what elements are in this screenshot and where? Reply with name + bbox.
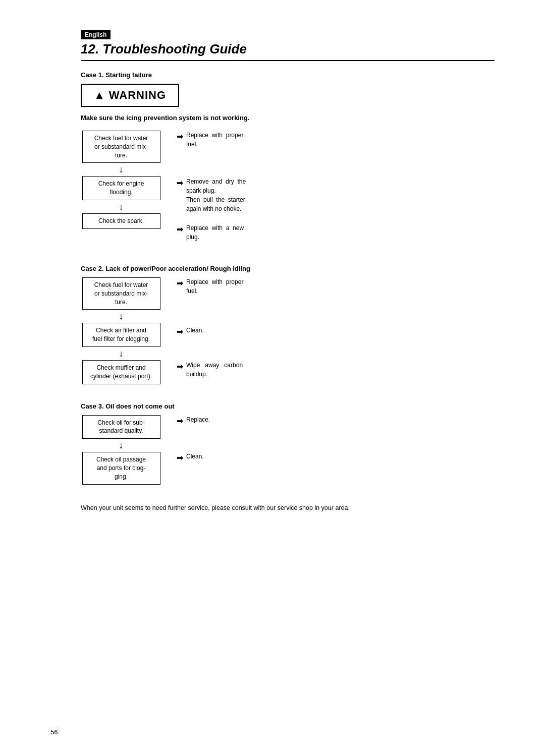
title-rule — [81, 60, 495, 61]
case2-section: Case 2. Lack of power/Poor acceleration/… — [81, 265, 495, 384]
page: English 12. Troubleshooting Guide Case 1… — [0, 0, 545, 756]
case1-right-arrow-3: ➡ — [177, 224, 183, 234]
case2-arrow-2: ↓ — [119, 349, 124, 358]
case1-result-text-3: Replace with a newplug. — [186, 223, 244, 242]
case2-row-1: ➡ Replace with properfuel. — [177, 277, 243, 296]
case3-right-arrow-1: ➡ — [177, 416, 183, 426]
case1-result-text-2: Remove and dry thespark plug.Then pull t… — [186, 177, 246, 213]
warning-label: WARNING — [109, 89, 166, 102]
case3-box-1: Check oil for sub-standard quality. — [82, 415, 160, 439]
case2-right-arrow-3: ➡ — [177, 362, 183, 371]
case1-box-1: Check fuel for wateror substandard mix-t… — [82, 131, 160, 163]
case1-right-arrow-1: ➡ — [177, 132, 183, 141]
case3-section: Case 3. Oil does not come out Check oil … — [81, 402, 495, 485]
case2-flow-left: Check fuel for wateror substandard mix-t… — [81, 277, 161, 384]
case3-row-1: ➡ Replace. — [177, 415, 210, 426]
case2-flow: Check fuel for wateror substandard mix-t… — [81, 277, 495, 384]
case1-flow: Check fuel for wateror substandard mix-t… — [81, 131, 495, 247]
warning-triangle-icon: ▲ — [94, 89, 105, 102]
case2-box-2: Check air filter andfuel filter for clog… — [82, 323, 160, 347]
case2-row-3: ➡ Wipe away carbonbuildup. — [177, 361, 243, 379]
case2-right-arrow-2: ➡ — [177, 327, 183, 336]
case3-flow-left: Check oil for sub-standard quality. ↓ Ch… — [81, 415, 161, 485]
page-title: 12. Troubleshooting Guide — [81, 41, 495, 57]
warning-box: ▲ WARNING — [81, 84, 179, 107]
warning-caption: Make sure the icing prevention system is… — [81, 114, 333, 122]
case1-row-3: ➡ Replace with a newplug. — [177, 223, 246, 242]
case1-flow-right: ➡ Replace with properfuel. ➡ Remove and … — [177, 131, 246, 247]
case3-right-arrow-2: ➡ — [177, 453, 183, 462]
case1-box-3: Check the spark. — [82, 213, 160, 229]
case1-row-1: ➡ Replace with properfuel. — [177, 131, 246, 149]
case1-arrow-1: ↓ — [119, 165, 124, 174]
lang-badge-container: English — [81, 30, 495, 41]
lang-badge: English — [81, 30, 111, 39]
case2-result-1: ➡ Replace with properfuel. — [177, 277, 243, 296]
page-number: 56 — [50, 728, 58, 736]
case3-result-2: ➡ Clean. — [177, 452, 210, 462]
case3-result-text-1: Replace. — [186, 415, 210, 424]
case3-result-text-2: Clean. — [186, 452, 204, 461]
case1-title: Case 1. Starting failure — [81, 71, 495, 79]
case2-result-text-3: Wipe away carbonbuildup. — [186, 361, 243, 379]
case2-result-text-1: Replace with properfuel. — [186, 277, 243, 296]
footer-note: When your unit seems to need further ser… — [81, 503, 373, 513]
case2-row-2: ➡ Clean. — [177, 326, 243, 336]
case3-result-1: ➡ Replace. — [177, 415, 210, 426]
case2-arrow-1: ↓ — [119, 312, 124, 321]
case1-result-1: ➡ Replace with properfuel. — [177, 131, 246, 149]
case2-result-3: ➡ Wipe away carbonbuildup. — [177, 361, 243, 379]
case2-flow-right: ➡ Replace with properfuel. ➡ Clean. ➡ Wi — [177, 277, 243, 384]
case2-right-arrow-1: ➡ — [177, 278, 183, 288]
case3-flow: Check oil for sub-standard quality. ↓ Ch… — [81, 415, 495, 485]
case2-result-2: ➡ Clean. — [177, 326, 243, 336]
case3-row-2: ➡ Clean. — [177, 452, 210, 462]
case1-arrow-2: ↓ — [119, 202, 124, 211]
case2-result-text-2: Clean. — [186, 326, 204, 335]
case1-result-3: ➡ Replace with a newplug. — [177, 223, 246, 242]
case1-result-2: ➡ Remove and dry thespark plug.Then pull… — [177, 177, 246, 213]
case3-arrow-1: ↓ — [119, 441, 124, 450]
case2-box-3: Check muffler andcylinder (exhaust port)… — [82, 360, 160, 384]
case3-title: Case 3. Oil does not come out — [81, 402, 495, 410]
case1-result-text-1: Replace with properfuel. — [186, 131, 243, 149]
case2-box-1: Check fuel for wateror substandard mix-t… — [82, 277, 160, 310]
warning-inner: ▲ WARNING — [94, 89, 166, 102]
case3-box-2: Check oil passageand ports for clog-ging… — [82, 452, 160, 484]
case1-flow-left: Check fuel for wateror substandard mix-t… — [81, 131, 161, 247]
case1-right-arrow-2: ➡ — [177, 178, 183, 188]
case3-flow-right: ➡ Replace. ➡ Clean. — [177, 415, 210, 485]
case1-row-2: ➡ Remove and dry thespark plug.Then pull… — [177, 177, 246, 213]
case1-box-2: Check for engineflooding. — [82, 176, 160, 200]
case2-title: Case 2. Lack of power/Poor acceleration/… — [81, 265, 495, 272]
case1-section: Case 1. Starting failure ▲ WARNING Make … — [81, 71, 495, 247]
